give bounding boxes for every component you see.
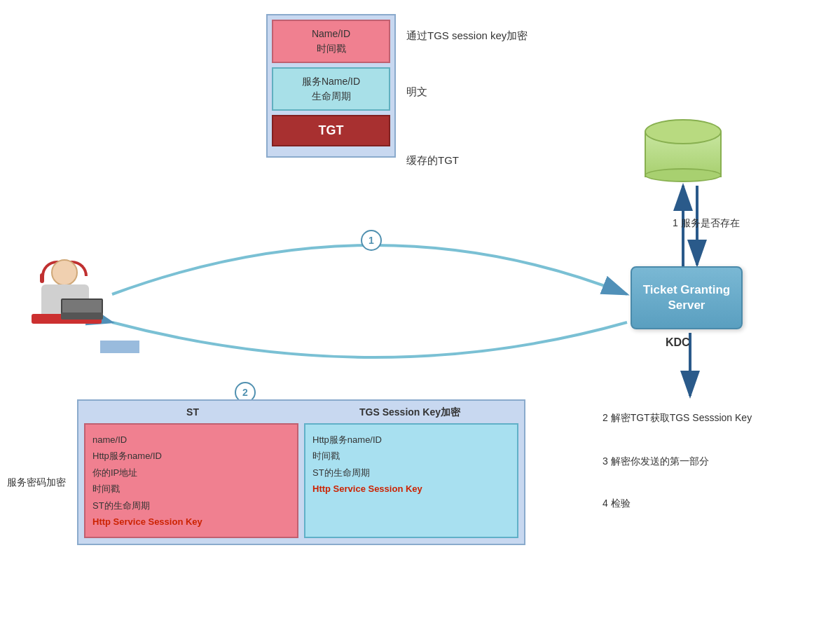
response-st-part: name/ID Http服务name/ID 你的IP地址 时间戳 ST的生命周期… [84, 423, 298, 538]
request-tgt: TGT [272, 115, 390, 146]
label-decrypt-tgt: 2 解密TGT获取TGS Sesssion Key [603, 412, 752, 425]
kdc-label: KDC [666, 336, 690, 349]
laptop-screen-icon [61, 298, 103, 314]
tgs-session-key: Http Service Session Key [312, 483, 422, 494]
label-service-encrypt: 服务密码加密 [7, 476, 66, 489]
laptop-screen-inner [100, 341, 139, 353]
response-title-tgs: TGS Session Key加密 [301, 406, 518, 419]
person-icon [25, 259, 116, 343]
label-mingwen: 明文 [406, 85, 427, 99]
request-part2: 服务Name/ID 生命周期 [272, 67, 390, 111]
req-name-id: Name/ID [312, 28, 350, 39]
label-decrypt-part1: 3 解密你发送的第一部分 [603, 455, 709, 468]
request-part1: Name/ID 时间戳 [272, 20, 390, 63]
client-figure [25, 259, 116, 343]
response-title-st: ST [84, 406, 301, 419]
req-timestamp: 时间戳 [317, 43, 346, 54]
response-box: ST TGS Session Key加密 name/ID Http服务name/… [77, 399, 525, 545]
headset-mic-icon [40, 273, 44, 283]
tgs-server-box: Ticket Granting Server [631, 266, 743, 329]
step-circle-1: 1 [361, 230, 382, 251]
st-session-key: Http Service Session Key [92, 516, 202, 527]
laptop-base-icon [61, 313, 103, 320]
req-lifetime: 生命周期 [312, 90, 351, 102]
label-service-exists: 1 服务是否存在 [673, 217, 740, 230]
request-box: Name/ID 时间戳 服务Name/ID 生命周期 TGT [266, 14, 396, 158]
req-service-name: 服务Name/ID [302, 76, 360, 87]
label-tgs-session: 通过TGS session key加密 [406, 29, 528, 43]
label-verify: 4 检验 [603, 497, 631, 510]
response-tgs-part: Http服务name/ID 时间戳 ST的生命周期 Http Service S… [304, 423, 518, 538]
database-cylinder [645, 119, 722, 182]
head-icon [51, 259, 78, 286]
response-header: ST TGS Session Key加密 [84, 406, 518, 419]
label-cached-tgt: 缓存的TGT [406, 154, 459, 167]
response-parts: name/ID Http服务name/ID 你的IP地址 时间戳 ST的生命周期… [84, 423, 518, 538]
